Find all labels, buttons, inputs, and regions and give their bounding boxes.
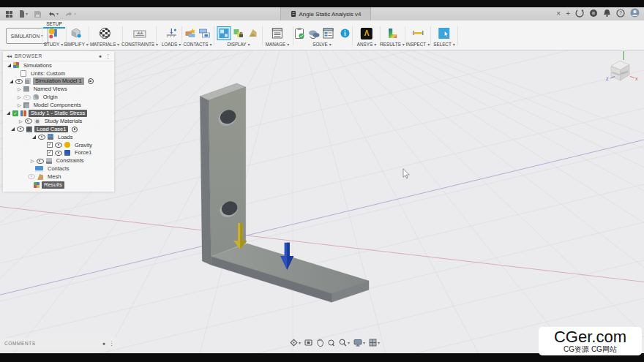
- loads-icon: [165, 27, 178, 39]
- visibility-eye-icon[interactable]: [37, 159, 44, 164]
- grid-layout-icon[interactable]: ▾: [369, 339, 380, 347]
- visibility-eye-icon[interactable]: [23, 95, 31, 100]
- tree-item-named-views[interactable]: ▷ Named Views: [3, 86, 114, 94]
- file-menu-icon[interactable]: ▾: [19, 10, 28, 18]
- ansys-label: ANSYS: [357, 42, 372, 47]
- tree-item-gravity[interactable]: ✓ Gravity: [3, 141, 114, 149]
- toolbar-group-materials[interactable]: MATERIALS▾: [90, 26, 119, 47]
- comments-dot-icon[interactable]: ●: [102, 341, 105, 346]
- toolbar-group-ansys[interactable]: Λ ANSYS▾: [357, 26, 376, 47]
- expander-closed-icon[interactable]: ▷: [18, 95, 21, 99]
- solve-label: SOLVE: [312, 42, 328, 47]
- tree-item-results[interactable]: Results: [3, 181, 114, 189]
- pan-hand-icon[interactable]: [316, 339, 323, 347]
- expander-open-icon[interactable]: [32, 135, 36, 139]
- visibility-eye-icon[interactable]: [25, 118, 32, 124]
- expander-open-icon[interactable]: [11, 127, 15, 131]
- expander-closed-icon[interactable]: ▷: [31, 159, 34, 163]
- help-icon[interactable]: ?: [616, 7, 625, 20]
- visibility-eye-icon[interactable]: [55, 143, 62, 148]
- tab-setup[interactable]: SETUP: [44, 21, 64, 26]
- activate-radio-icon[interactable]: [72, 127, 78, 132]
- toolbar-group-select[interactable]: SELECT▾: [433, 26, 455, 47]
- visibility-eye-icon[interactable]: [17, 127, 24, 132]
- app-grid-icon[interactable]: [6, 11, 12, 18]
- gravity-checkbox[interactable]: ✓: [47, 142, 53, 148]
- simplify-icon: [70, 27, 83, 39]
- toolbar-group-results[interactable]: RESULTS▾: [380, 26, 405, 47]
- tree-label: Simulation Model 1: [33, 78, 84, 85]
- zoom-icon[interactable]: ▾: [339, 339, 350, 347]
- expander-closed-icon[interactable]: ▷: [19, 119, 23, 124]
- toolbar-group-display[interactable]: DISPLAY▾: [218, 26, 260, 47]
- job-status-icon[interactable]: [575, 7, 584, 20]
- tree-item-contacts[interactable]: Contacts: [3, 165, 114, 173]
- info-icon[interactable]: [340, 27, 351, 39]
- results-icon-small: [34, 182, 40, 188]
- browser-menu-icon[interactable]: ⋮: [105, 53, 111, 59]
- inspect-label: INSPECT: [406, 42, 426, 47]
- tree-item-constraints[interactable]: ▷ Constraints: [3, 157, 114, 165]
- toolbar-group-constraints[interactable]: CONSTRAINTS▾: [121, 26, 158, 47]
- toolbar-group-study[interactable]: STUDY▾: [44, 26, 63, 47]
- display-dot-icon[interactable]: ●: [99, 53, 102, 59]
- visibility-eye-icon[interactable]: [38, 135, 45, 140]
- new-tab-icon[interactable]: +: [566, 10, 570, 18]
- user-avatar[interactable]: [630, 7, 640, 20]
- expander-open-icon[interactable]: [7, 64, 11, 67]
- save-icon[interactable]: [34, 11, 41, 18]
- toolbar-group-simplify[interactable]: SIMPLIFY▾: [64, 26, 89, 47]
- expander-open-icon[interactable]: [7, 111, 10, 115]
- comments-menu-icon[interactable]: ⋮: [109, 341, 114, 346]
- tree-item-load-case1[interactable]: Load Case1: [3, 125, 114, 133]
- toolbar-group-loads[interactable]: LOADS▾: [162, 26, 181, 47]
- document-tab[interactable]: Angle Static Analysis v4: [280, 7, 371, 20]
- tree-item-simulation-model-1[interactable]: Simulation Model 1: [3, 78, 114, 86]
- toolbar-group-solve[interactable]: SOLVE▾: [294, 26, 351, 47]
- expander-open-icon[interactable]: [10, 80, 13, 83]
- orbit-icon[interactable]: ▾: [290, 339, 301, 347]
- fit-icon[interactable]: [304, 339, 312, 347]
- notifications-bell-icon[interactable]: [603, 7, 611, 20]
- title-bar: ▾ ▾ ▾ Angle Static Analysis v4 × + ?: [0, 7, 644, 21]
- close-tab-icon[interactable]: ×: [556, 10, 561, 18]
- study-solved-check-icon: ✓: [12, 110, 18, 116]
- tree-item-mesh[interactable]: Mesh: [3, 173, 114, 181]
- tree-label: Study 1 - Static Stress: [29, 110, 87, 117]
- visibility-eye-icon[interactable]: [28, 174, 35, 179]
- tree-label: Study Materials: [42, 118, 85, 125]
- origin-icon: [33, 94, 39, 100]
- activate-radio-icon[interactable]: [88, 78, 94, 84]
- tree-label: Gravity: [72, 142, 94, 149]
- undo-icon[interactable]: ▾: [48, 11, 59, 18]
- tree-item-loads[interactable]: Loads: [3, 133, 114, 141]
- load-case-icon: [26, 127, 32, 132]
- visibility-eye-icon[interactable]: [55, 151, 62, 156]
- toolbar-group-inspect[interactable]: INSPECT▾: [406, 26, 430, 47]
- tree-item-simulations[interactable]: Simulations: [3, 61, 114, 69]
- tree-item-study-materials[interactable]: ▷ Study Materials: [3, 117, 114, 125]
- extensions-icon[interactable]: [589, 7, 598, 20]
- pre-check-icon: [294, 27, 306, 39]
- redo-icon[interactable]: ▾: [65, 11, 76, 18]
- tree-label: Loads: [56, 134, 75, 141]
- display-settings-icon[interactable]: ▾: [353, 339, 365, 347]
- toolbar-group-contacts[interactable]: CONTACTS▾: [183, 26, 211, 47]
- tree-item-study-1[interactable]: ✓ Study 1 - Static Stress: [3, 109, 114, 117]
- force1-checkbox[interactable]: ✓: [47, 150, 53, 156]
- look-at-icon[interactable]: [327, 339, 335, 347]
- study-materials-icon: [34, 118, 40, 124]
- tree-item-force1[interactable]: ✓ Force1: [3, 149, 114, 157]
- tree-item-units[interactable]: Units: Custom: [3, 69, 114, 78]
- toolbar-group-manage[interactable]: MANAGE▾: [266, 26, 289, 47]
- tree-item-model-components[interactable]: ▷ Model Components: [3, 101, 114, 109]
- tree-item-origin[interactable]: ▷ Origin: [3, 94, 114, 102]
- select-label: SELECT: [433, 42, 452, 47]
- comments-bar[interactable]: COMMENTS ● ⋮: [0, 338, 119, 349]
- materials-icon: [99, 27, 111, 39]
- expander-closed-icon[interactable]: ▷: [18, 103, 21, 108]
- panel-collapse-icon[interactable]: ◂◂: [7, 53, 12, 59]
- expander-closed-icon[interactable]: ▷: [18, 87, 21, 91]
- visibility-eye-icon[interactable]: [15, 79, 23, 84]
- tree-label: Units: Custom: [29, 70, 67, 78]
